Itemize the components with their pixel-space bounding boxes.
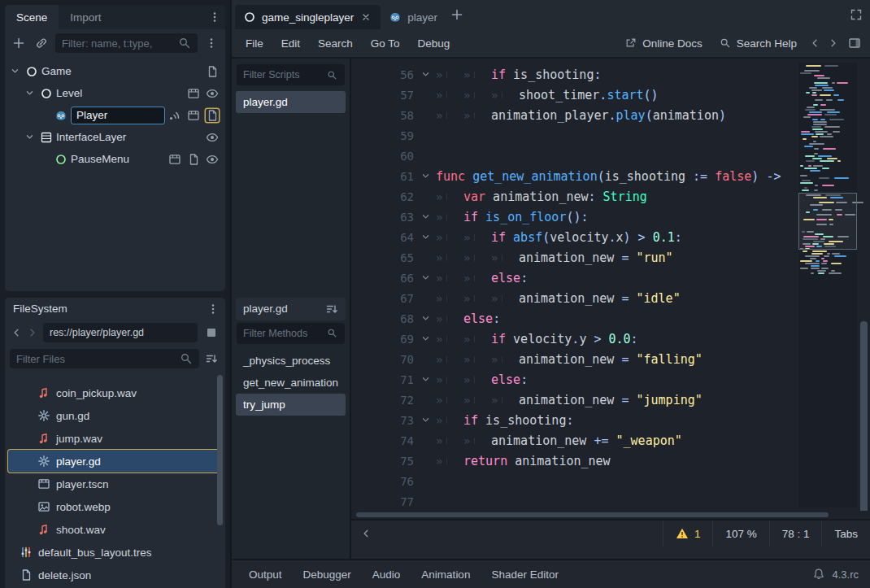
fold-arrow-icon[interactable] [421, 273, 436, 282]
instance-scene-button[interactable] [31, 29, 52, 57]
tab-import[interactable]: Import [59, 5, 112, 29]
code-line-77[interactable]: 77 [351, 491, 870, 511]
line-number[interactable]: 56 [351, 68, 421, 81]
minimap[interactable] [798, 63, 857, 507]
distraction-free-button[interactable] [846, 0, 867, 29]
scene-dock-menu-button[interactable] [204, 5, 225, 29]
code-line-56[interactable]: 56»»if is_shooting: [351, 64, 870, 85]
line-number[interactable]: 76 [351, 475, 421, 488]
vertical-scrollbar[interactable] [860, 63, 868, 507]
file-sort-button[interactable] [201, 346, 222, 372]
line-number[interactable]: 72 [351, 394, 421, 407]
filter-methods-input[interactable]: Filter Methods [237, 323, 345, 344]
new-tab-button[interactable] [446, 0, 468, 29]
fold-arrow-icon[interactable] [421, 314, 436, 323]
line-number[interactable]: 61 [351, 170, 421, 183]
fold-arrow-icon[interactable] [421, 70, 436, 79]
toggle-scripts-panel-button[interactable] [844, 29, 865, 57]
file-item-robot-webp[interactable]: robot.webp [8, 495, 222, 518]
code-line-74[interactable]: 74»»animation_new += "_weapon" [351, 430, 870, 451]
line-number[interactable]: 75 [351, 455, 421, 468]
file-item-gun-gd[interactable]: gun.gd [8, 404, 222, 427]
code-line-75[interactable]: 75»return animation_new [351, 451, 870, 471]
scene-node-interfacelayer[interactable]: InterfaceLayer [5, 126, 225, 148]
bottom-tab-debugger[interactable]: Debugger [293, 560, 362, 588]
tab-scene[interactable]: Scene [5, 5, 59, 29]
online-docs-button[interactable]: Online Docs [618, 29, 709, 57]
fold-arrow-icon[interactable] [421, 375, 436, 384]
line-number[interactable]: 69 [351, 333, 421, 346]
code-line-70[interactable]: 70»»»animation_new = "falling" [351, 349, 870, 369]
fold-arrow-icon[interactable] [421, 416, 436, 425]
code-line-59[interactable]: 59 [351, 125, 870, 146]
film-icon[interactable] [168, 153, 181, 166]
code-line-67[interactable]: 67»»»animation_new = "idle" [351, 288, 870, 308]
eye-icon[interactable] [206, 131, 219, 144]
node-rename-input[interactable]: Player [71, 107, 165, 124]
menu-debug[interactable]: Debug [409, 29, 459, 57]
scene-toolbar-menu-button[interactable] [201, 29, 222, 57]
close-tab-icon[interactable] [359, 11, 372, 24]
script-tab-game-singleplayer[interactable]: game_singleplayer [235, 5, 381, 29]
bottom-tab-audio[interactable]: Audio [362, 560, 411, 588]
line-number[interactable]: 63 [351, 211, 421, 224]
search-help-button[interactable]: Search Help [712, 29, 803, 57]
code-line-62[interactable]: 62»var animation_new: String [351, 186, 870, 207]
line-number[interactable]: 60 [351, 150, 421, 163]
scene-node-player[interactable]: Player [5, 104, 225, 126]
collapse-arrow-icon[interactable] [23, 131, 37, 144]
fold-arrow-icon[interactable] [421, 172, 436, 181]
warnings-cell[interactable]: 1 [663, 520, 713, 547]
file-item-default-bus-layout-tres[interactable]: default_bus_layout.tres [8, 541, 222, 564]
line-number[interactable]: 68 [351, 312, 421, 325]
scene-node-level[interactable]: Level [5, 82, 225, 104]
history-forward-button[interactable] [825, 33, 841, 53]
nav-forward-button[interactable] [24, 323, 40, 342]
script-tab-player[interactable]: player [381, 5, 446, 29]
vertical-scrollbar-thumb[interactable] [860, 321, 868, 511]
line-number[interactable]: 64 [351, 231, 421, 244]
line-number[interactable]: 71 [351, 373, 421, 386]
line-number[interactable]: 73 [351, 414, 421, 427]
minimap-viewport[interactable] [798, 193, 857, 250]
code-line-69[interactable]: 69»»if velocity.y > 0.0: [351, 329, 870, 349]
line-number[interactable]: 59 [351, 129, 421, 142]
current-script-row[interactable]: player.gd [236, 298, 346, 320]
filesystem-scrollbar[interactable] [217, 375, 223, 525]
zoom-cell[interactable]: 107 % [712, 520, 768, 547]
add-node-button[interactable] [8, 29, 29, 57]
code-line-72[interactable]: 72»»»animation_new = "jumping" [351, 390, 870, 410]
file-item-jump-wav[interactable]: jump.wav [8, 427, 222, 450]
method-item-physics-process[interactable]: _physics_process [236, 350, 346, 372]
bottom-tab-animation[interactable]: Animation [411, 560, 481, 588]
signal-icon[interactable] [168, 109, 181, 122]
fold-arrow-icon[interactable] [421, 334, 436, 343]
code-area[interactable]: 56»»if is_shooting:57»»»shoot_timer.star… [351, 59, 870, 511]
eye-icon[interactable] [206, 87, 219, 100]
code-line-68[interactable]: 68»else: [351, 308, 870, 329]
menu-file[interactable]: File [237, 29, 272, 57]
chevron-left-icon[interactable] [359, 527, 372, 540]
history-back-button[interactable] [807, 33, 822, 53]
file-item-delete-json[interactable]: delete.json [8, 564, 222, 586]
fold-arrow-icon[interactable] [421, 212, 436, 221]
film-icon[interactable] [187, 109, 200, 122]
code-line-64[interactable]: 64»»if absf(velocity.x) > 0.1: [351, 227, 870, 247]
line-number[interactable]: 62 [351, 190, 421, 203]
code-line-58[interactable]: 58»»animation_player.play(animation) [351, 105, 870, 125]
line-number[interactable]: 77 [351, 495, 421, 508]
code-line-65[interactable]: 65»»»animation_new = "run" [351, 247, 870, 268]
menu-search[interactable]: Search [309, 29, 362, 57]
file-item-player-gd[interactable]: player.gd [8, 450, 222, 473]
file-item-coin-pickup-wav[interactable]: coin_pickup.wav [8, 381, 222, 404]
script-icon[interactable] [206, 109, 219, 122]
file-item-player-tscn[interactable]: player.tscn [8, 473, 222, 495]
menu-edit[interactable]: Edit [272, 29, 309, 57]
file-filter-input[interactable]: Filter Files [10, 349, 199, 368]
eye-icon[interactable] [206, 153, 219, 166]
line-number[interactable]: 74 [351, 434, 421, 447]
bell-icon[interactable] [812, 568, 825, 581]
collapse-arrow-icon[interactable] [23, 87, 37, 100]
method-item-get-new-animation[interactable]: get_new_animation [236, 372, 346, 394]
code-line-76[interactable]: 76 [351, 471, 870, 491]
